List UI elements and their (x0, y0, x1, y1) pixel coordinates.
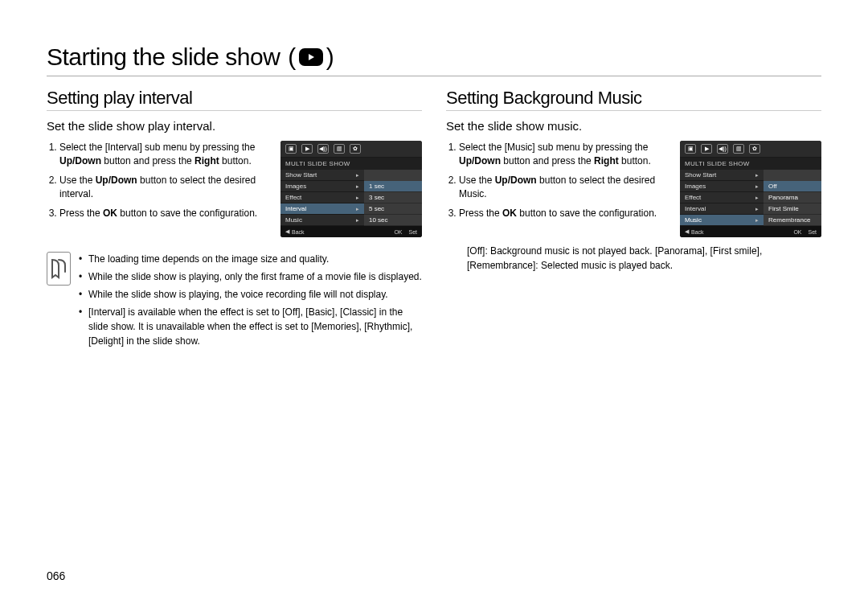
step-3: Press the OK button to save the configur… (459, 207, 672, 220)
option-item: 5 sec (364, 203, 422, 215)
sound-icon: ◀)) (717, 144, 728, 154)
option-item: First Smile (764, 203, 821, 215)
option-item: Remembrance (764, 215, 821, 226)
option-item: 10 sec (364, 215, 422, 226)
lcd-bottombar: ◀Back OK Set (680, 226, 821, 237)
step-3: Press the OK button to save the configur… (59, 207, 272, 220)
note-icon (47, 252, 71, 286)
lcd-bottombar: ◀Back OK Set (280, 226, 422, 237)
menu-item: Show Start▸ (680, 170, 764, 181)
step-1: Select the [Music] sub menu by pressing … (459, 141, 672, 169)
left-arrow-icon: ◀ (685, 228, 689, 235)
lcd-menu-right: . 1 sec 3 sec 5 sec 10 sec (364, 170, 422, 226)
slideshow-icon (299, 48, 323, 66)
music-lcd: ▣ ▶ ◀)) ▥ ✿ MULTI SLIDE SHOW Show Start▸… (680, 141, 821, 237)
title-rule (47, 76, 821, 76)
sound-icon: ◀)) (317, 144, 329, 154)
gear-icon: ✿ (350, 144, 361, 154)
gear-icon: ✿ (749, 144, 760, 154)
play-icon: ▶ (701, 144, 712, 154)
title-icon-group: ( ) (288, 43, 334, 71)
lcd-menu-left: Show Start▸ Images▸ Effect▸ Interval▸ Mu… (280, 170, 364, 226)
page-title: Starting the slide show ( ) (47, 43, 821, 71)
title-text: Starting the slide show (47, 43, 280, 71)
music-steps: Select the [Music] sub menu by pressing … (446, 141, 672, 225)
music-lead: Set the slide show music. (446, 119, 821, 133)
note-item: While the slide show is playing, the voi… (79, 287, 422, 302)
play-icon: ▶ (301, 144, 313, 154)
menu-item: Music▸ (280, 215, 364, 226)
column-interval: Setting play interval Set the slide show… (47, 88, 422, 351)
lcd-topbar: ▣ ▶ ◀)) ▥ ✿ (680, 141, 821, 158)
music-body: Select the [Music] sub menu by pressing … (446, 141, 821, 237)
step-2: Use the Up/Down button to select the des… (59, 174, 272, 202)
menu-item: Show Start▸ (280, 170, 364, 181)
menu-item: Images▸ (680, 181, 764, 192)
option-item: Panorama (764, 192, 821, 203)
interval-lcd: ▣ ▶ ◀)) ▥ ✿ MULTI SLIDE SHOW Show Start▸… (280, 141, 422, 237)
note-box: The loading time depends on the image si… (47, 252, 422, 351)
camera-icon: ▣ (685, 144, 696, 154)
interval-rule (47, 110, 422, 111)
page-number: 066 (47, 569, 65, 582)
lcd-menu: Show Start▸ Images▸ Effect▸ Interval▸ Mu… (680, 170, 821, 226)
note-item: [Interval] is available when the effect … (79, 305, 422, 348)
interval-steps: Select the [Interval] sub menu by pressi… (47, 141, 272, 225)
step-2: Use the Up/Down button to select the des… (459, 174, 672, 202)
menu-item: Images▸ (280, 181, 364, 192)
back-hint: ◀Back (685, 228, 704, 235)
note-item: The loading time depends on the image si… (79, 252, 422, 266)
lcd-menu-right: . Off Panorama First Smile Remembrance (764, 170, 821, 226)
lcd-menu-left: Show Start▸ Images▸ Effect▸ Interval▸ Mu… (680, 170, 764, 226)
note-item: While the slide show is playing, only th… (79, 269, 422, 284)
music-rule (446, 110, 821, 111)
svg-marker-0 (309, 54, 314, 60)
menu-item: Effect▸ (680, 192, 764, 203)
content-columns: Setting play interval Set the slide show… (47, 88, 821, 351)
step-1: Select the [Interval] sub menu by pressi… (59, 141, 272, 169)
ok-hint: OK Set (793, 228, 817, 235)
interval-heading: Setting play interval (47, 88, 422, 109)
ok-hint: OK Set (394, 228, 417, 235)
back-hint: ◀Back (285, 228, 305, 235)
option-item-selected: Off (764, 181, 821, 192)
lcd-title: MULTI SLIDE SHOW (280, 158, 422, 170)
option-item: 3 sec (364, 192, 422, 203)
camera-icon: ▣ (285, 144, 297, 154)
column-music: Setting Background Music Set the slide s… (446, 88, 821, 351)
menu-item-selected: Interval▸ (280, 203, 364, 215)
lcd-topbar: ▣ ▶ ◀)) ▥ ✿ (280, 141, 422, 158)
battery-icon: ▥ (334, 144, 345, 154)
music-extra-note: [Off]: Background music is not played ba… (467, 244, 821, 273)
option-item-selected: 1 sec (364, 181, 422, 192)
lcd-title: MULTI SLIDE SHOW (680, 158, 821, 170)
music-heading: Setting Background Music (446, 88, 821, 109)
battery-icon: ▥ (733, 144, 744, 154)
interval-body: Select the [Interval] sub menu by pressi… (47, 141, 422, 237)
lcd-menu: Show Start▸ Images▸ Effect▸ Interval▸ Mu… (280, 170, 422, 226)
interval-lead: Set the slide show play interval. (47, 119, 422, 133)
menu-item: Effect▸ (280, 192, 364, 203)
note-list: The loading time depends on the image si… (79, 252, 422, 351)
menu-item: Interval▸ (680, 203, 764, 215)
left-arrow-icon: ◀ (285, 228, 289, 235)
menu-item-selected: Music▸ (680, 215, 764, 226)
